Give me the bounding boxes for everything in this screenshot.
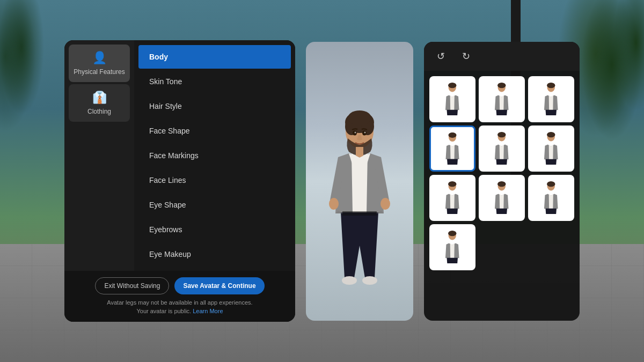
preset-item-8[interactable] — [479, 175, 525, 221]
svg-point-11 — [380, 198, 390, 210]
preset-item-7[interactable] — [429, 175, 475, 221]
avatar-preview — [306, 42, 413, 321]
preset-item-4[interactable] — [429, 125, 475, 172]
preset-item-9[interactable] — [528, 175, 574, 221]
menu-item-face-shape[interactable]: Face Shape — [138, 119, 291, 143]
svg-point-32 — [497, 132, 506, 137]
menu-item-skin-tone[interactable]: Skin Tone — [138, 70, 291, 93]
bottom-controls: Exit Without Saving Save Avatar & Contin… — [64, 271, 295, 322]
action-buttons: Exit Without Saving Save Avatar & Contin… — [95, 277, 264, 294]
physical-features-label: Physical Features — [74, 68, 125, 76]
svg-point-12 — [342, 276, 357, 285]
right-panel: ↺ ↻ — [424, 42, 580, 321]
menu-item-eyebrows[interactable]: Eyebrows — [138, 218, 291, 241]
svg-point-7 — [355, 131, 356, 133]
sidebar-item-physical-features[interactable]: 👤 Physical Features — [69, 45, 130, 82]
menu-item-eye-shape[interactable]: Eye Shape — [138, 193, 291, 217]
category-sidebar: 👤 Physical Features 👔 Clothing — [64, 40, 134, 271]
preset-item-10[interactable] — [429, 224, 475, 270]
svg-point-16 — [448, 83, 456, 88]
menu-item-body[interactable]: Body — [138, 45, 291, 69]
menu-item-face-lines[interactable]: Face Lines — [138, 168, 291, 192]
preset-item-1[interactable] — [429, 76, 475, 122]
options-menu: Body Skin Tone Hair Style Face Shape Fac… — [134, 40, 295, 271]
svg-point-4 — [348, 110, 371, 125]
save-button[interactable]: Save Avatar & Continue — [174, 277, 264, 294]
svg-rect-9 — [356, 147, 363, 158]
left-panel-inner: 👤 Physical Features 👔 Clothing Body Skin… — [64, 40, 295, 271]
menu-item-face-markings[interactable]: Face Markings — [138, 144, 291, 167]
menu-item-hair-style[interactable]: Hair Style — [138, 94, 291, 118]
exit-button[interactable]: Exit Without Saving — [95, 277, 169, 294]
right-panel-header: ↺ ↻ — [424, 42, 580, 71]
undo-button[interactable]: ↺ — [433, 48, 449, 64]
physical-features-icon: 👤 — [92, 51, 107, 65]
svg-point-52 — [448, 231, 456, 236]
preset-grid — [424, 71, 580, 321]
svg-point-48 — [547, 181, 555, 187]
avatar-svg — [322, 106, 397, 310]
notice-text: Avatar legs may not be available in all … — [107, 299, 252, 315]
avatar-figure — [306, 106, 413, 310]
ui-container: 👤 Physical Features 👔 Clothing Body Skin… — [0, 0, 644, 362]
svg-point-13 — [362, 276, 377, 285]
clothing-icon: 👔 — [92, 91, 107, 105]
learn-more-link[interactable]: Learn More — [193, 308, 223, 314]
preset-item-5[interactable] — [479, 125, 525, 172]
left-panel: 👤 Physical Features 👔 Clothing Body Skin… — [64, 40, 295, 322]
redo-button[interactable]: ↻ — [458, 48, 474, 64]
sidebar-item-clothing[interactable]: 👔 Clothing — [69, 84, 130, 122]
svg-point-24 — [547, 83, 555, 88]
menu-item-eye-makeup[interactable]: Eye Makeup — [138, 242, 291, 266]
preset-item-3[interactable] — [528, 76, 574, 122]
svg-point-36 — [547, 132, 555, 137]
svg-point-28 — [449, 132, 457, 138]
svg-rect-14 — [342, 211, 377, 216]
clothing-label: Clothing — [87, 108, 111, 115]
svg-point-40 — [448, 181, 456, 187]
svg-point-20 — [497, 83, 506, 88]
svg-point-44 — [497, 181, 506, 187]
preset-item-6[interactable] — [528, 125, 574, 172]
preset-item-2[interactable] — [479, 76, 525, 122]
svg-point-10 — [329, 198, 339, 210]
svg-point-8 — [364, 131, 366, 133]
